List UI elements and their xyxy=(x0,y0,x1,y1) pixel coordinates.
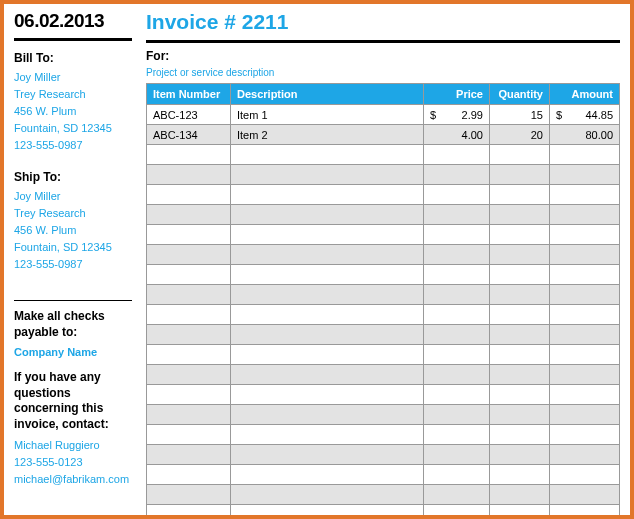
cell-empty xyxy=(231,345,424,365)
cell-empty xyxy=(231,365,424,385)
cell-empty xyxy=(231,265,424,285)
cell-description: Item 1 xyxy=(231,105,424,125)
table-row-empty xyxy=(147,385,620,405)
cell-item-number: ABC-123 xyxy=(147,105,231,125)
cell-quantity: 20 xyxy=(490,125,550,145)
cell-empty xyxy=(424,165,490,185)
invoice-title: Invoice # 2211 xyxy=(146,10,620,34)
cell-empty xyxy=(550,205,620,225)
cell-empty xyxy=(147,405,231,425)
cell-empty xyxy=(490,165,550,185)
cell-empty xyxy=(550,185,620,205)
cell-empty xyxy=(231,445,424,465)
table-row-empty xyxy=(147,345,620,365)
cell-empty xyxy=(231,325,424,345)
cell-empty xyxy=(490,465,550,485)
cell-empty xyxy=(231,465,424,485)
bill-to-name: Joy Miller xyxy=(14,71,132,83)
col-amount: Amount xyxy=(550,84,620,105)
table-row-empty xyxy=(147,305,620,325)
cell-empty xyxy=(424,185,490,205)
table-row-empty xyxy=(147,285,620,305)
cell-empty xyxy=(424,505,490,520)
cell-empty xyxy=(231,485,424,505)
cell-empty xyxy=(147,505,231,520)
cell-empty xyxy=(424,425,490,445)
ship-to-city: Fountain, SD 12345 xyxy=(14,241,132,253)
table-row-empty xyxy=(147,445,620,465)
cell-empty xyxy=(424,305,490,325)
table-row-empty xyxy=(147,185,620,205)
cell-empty xyxy=(424,445,490,465)
cell-empty xyxy=(147,165,231,185)
cell-empty xyxy=(490,185,550,205)
cell-empty xyxy=(550,345,620,365)
table-row-empty xyxy=(147,145,620,165)
cell-empty xyxy=(490,485,550,505)
ship-to-name: Joy Miller xyxy=(14,190,132,202)
ship-to-street: 456 W. Plum xyxy=(14,224,132,236)
cell-empty xyxy=(490,305,550,325)
divider xyxy=(146,40,620,43)
payable-heading: Make all checks payable to: xyxy=(14,309,132,340)
cell-empty xyxy=(147,145,231,165)
project-description: Project or service description xyxy=(146,67,620,78)
cell-empty xyxy=(231,145,424,165)
cell-empty xyxy=(147,465,231,485)
table-row-empty xyxy=(147,265,620,285)
table-header-row: Item Number Description Price Quantity A… xyxy=(147,84,620,105)
cell-item-number: ABC-134 xyxy=(147,125,231,145)
table-row-empty xyxy=(147,325,620,345)
cell-empty xyxy=(424,465,490,485)
table-row-empty xyxy=(147,485,620,505)
cell-empty xyxy=(424,205,490,225)
cell-empty xyxy=(550,505,620,520)
col-description: Description xyxy=(231,84,424,105)
cell-empty xyxy=(424,265,490,285)
cell-empty xyxy=(424,225,490,245)
cell-empty xyxy=(490,245,550,265)
table-row-empty xyxy=(147,245,620,265)
cell-empty xyxy=(550,305,620,325)
cell-empty xyxy=(147,245,231,265)
invoice-date: 06.02.2013 xyxy=(14,10,132,32)
cell-empty xyxy=(550,465,620,485)
table-row-empty xyxy=(147,425,620,445)
cell-empty xyxy=(231,165,424,185)
cell-empty xyxy=(147,185,231,205)
items-table: Item Number Description Price Quantity A… xyxy=(146,83,620,519)
cell-empty xyxy=(147,205,231,225)
cell-empty xyxy=(490,445,550,465)
cell-empty xyxy=(424,385,490,405)
sidebar: 06.02.2013 Bill To: Joy Miller Trey Rese… xyxy=(14,10,132,515)
table-row-empty xyxy=(147,465,620,485)
cell-empty xyxy=(550,405,620,425)
cell-empty xyxy=(231,425,424,445)
cell-empty xyxy=(550,365,620,385)
cell-empty xyxy=(231,225,424,245)
table-row-empty xyxy=(147,225,620,245)
ship-to-heading: Ship To: xyxy=(14,170,132,184)
main-content: Invoice # 2211 For: Project or service d… xyxy=(146,10,620,515)
cell-empty xyxy=(424,485,490,505)
for-label: For: xyxy=(146,49,620,63)
cell-empty xyxy=(424,145,490,165)
cell-empty xyxy=(550,265,620,285)
cell-empty xyxy=(231,245,424,265)
cell-empty xyxy=(490,405,550,425)
table-row: ABC-123Item 1$2.9915$44.85 xyxy=(147,105,620,125)
cell-empty xyxy=(550,285,620,305)
bill-to-heading: Bill To: xyxy=(14,51,132,65)
cell-amount: $44.85 xyxy=(550,105,620,125)
cell-empty xyxy=(147,225,231,245)
ship-to-company: Trey Research xyxy=(14,207,132,219)
cell-empty xyxy=(231,505,424,520)
cell-empty xyxy=(424,245,490,265)
cell-empty xyxy=(147,425,231,445)
table-row-empty xyxy=(147,505,620,520)
ship-to-phone: 123-555-0987 xyxy=(14,258,132,270)
bill-to-city: Fountain, SD 12345 xyxy=(14,122,132,134)
cell-empty xyxy=(231,285,424,305)
table-row-empty xyxy=(147,405,620,425)
cell-empty xyxy=(231,385,424,405)
